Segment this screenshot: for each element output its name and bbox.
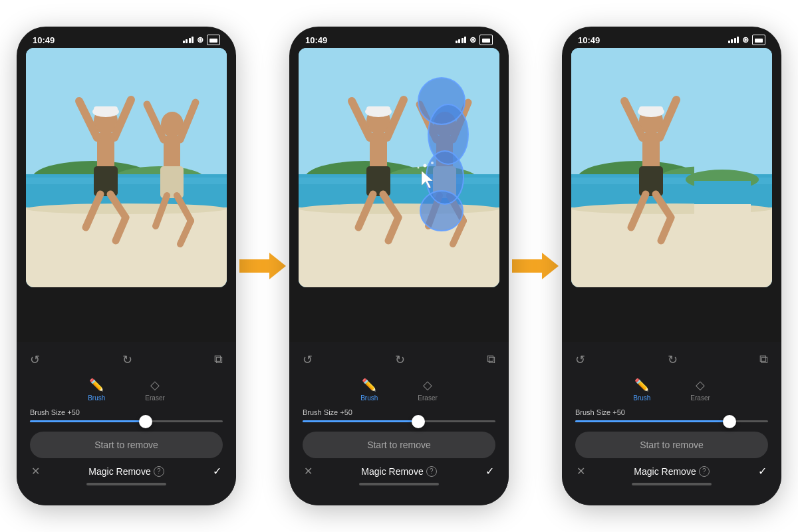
magic-remove-label-3: Magic Remove xyxy=(634,466,696,477)
svg-rect-10 xyxy=(94,106,118,114)
scene: 10:49 ⊛ xyxy=(0,0,798,532)
svg-rect-78 xyxy=(639,166,663,196)
help-icon-3[interactable]: ? xyxy=(699,466,710,477)
compare-icon-2[interactable]: ⧉ xyxy=(487,352,495,367)
toolbar-icons-1: ↺ ↻ ⧉ xyxy=(17,348,236,371)
slider-thumb-1[interactable] xyxy=(139,415,152,428)
svg-rect-86 xyxy=(694,181,751,207)
photo-2 xyxy=(299,48,499,287)
help-icon-1[interactable]: ? xyxy=(154,466,164,477)
home-indicator-1 xyxy=(86,483,166,485)
svg-point-63 xyxy=(418,167,420,169)
slider-thumb-2[interactable] xyxy=(412,415,425,428)
wifi-icon-1: ⊛ xyxy=(197,35,203,45)
brush-tool-2[interactable]: ✏️ Brush xyxy=(360,378,378,402)
signal-icon-2 xyxy=(456,37,467,43)
magic-remove-label-2: Magic Remove xyxy=(361,466,423,477)
slider-thumb-3[interactable] xyxy=(723,415,736,428)
svg-rect-76 xyxy=(639,106,663,114)
brush-label-1: Brush xyxy=(88,394,105,402)
eraser-icon-3: ◇ xyxy=(696,378,705,392)
eraser-tool-1[interactable]: ◇ Eraser xyxy=(145,378,164,402)
undo-icon-3[interactable]: ↺ xyxy=(575,352,585,367)
slider-2[interactable] xyxy=(289,418,509,428)
magic-remove-label-1: Magic Remove xyxy=(88,466,150,477)
toolbar-1: ↺ ↻ ⧉ ✏️ Brush ◇ Eraser Brush Size +50 xyxy=(17,342,236,505)
bottom-bar-2: ✕ Magic Remove ? ✓ xyxy=(289,465,509,477)
status-bar-3: 10:49 ⊛ xyxy=(562,27,781,48)
start-remove-label-2: Start to remove xyxy=(367,440,431,450)
eraser-label-2: Eraser xyxy=(418,394,437,402)
battery-icon-1 xyxy=(207,35,220,45)
start-remove-button-2[interactable]: Start to remove xyxy=(303,432,495,458)
slider-track-2 xyxy=(303,420,495,422)
compare-icon-1[interactable]: ⧉ xyxy=(214,352,223,367)
battery-icon-2 xyxy=(479,35,493,45)
svg-rect-5 xyxy=(26,178,227,184)
svg-point-61 xyxy=(424,164,427,168)
brush-size-row-3: Brush Size +50 xyxy=(562,406,781,418)
arrow-svg-2 xyxy=(512,249,559,283)
home-indicator-3 xyxy=(632,483,712,485)
signal-icon-1 xyxy=(183,37,194,43)
slider-fill-2 xyxy=(303,420,418,422)
compare-icon-3[interactable]: ⧉ xyxy=(759,352,768,367)
phone-1: 10:49 ⊛ xyxy=(17,27,236,505)
svg-rect-32 xyxy=(299,178,499,184)
help-icon-2[interactable]: ? xyxy=(426,466,437,477)
undo-icon-1[interactable]: ↺ xyxy=(30,352,40,367)
status-icons-2: ⊛ xyxy=(456,35,493,45)
brush-tool-1[interactable]: ✏️ Brush xyxy=(88,378,105,402)
redo-icon-1[interactable]: ↻ xyxy=(122,352,132,367)
redo-icon-2[interactable]: ↻ xyxy=(395,352,405,367)
cancel-icon-3[interactable]: ✕ xyxy=(577,465,585,477)
home-indicator-2 xyxy=(359,483,439,485)
wifi-icon-2: ⊛ xyxy=(469,35,476,45)
bottom-bar-3: ✕ Magic Remove ? ✓ xyxy=(562,465,781,477)
start-remove-button-3[interactable]: Start to remove xyxy=(575,432,768,458)
start-remove-label-1: Start to remove xyxy=(94,440,158,450)
eraser-label-1: Eraser xyxy=(145,394,164,402)
brush-icon-1: ✏️ xyxy=(89,378,104,392)
svg-marker-26 xyxy=(239,253,286,279)
check-icon-2[interactable]: ✓ xyxy=(485,465,494,477)
start-remove-label-3: Start to remove xyxy=(640,440,704,450)
bottom-bar-1: ✕ Magic Remove ? ✓ xyxy=(17,465,236,477)
eraser-tool-2[interactable]: ◇ Eraser xyxy=(418,378,437,402)
undo-icon-2[interactable]: ↺ xyxy=(303,352,313,367)
status-icons-3: ⊛ xyxy=(728,35,766,45)
time-2: 10:49 xyxy=(305,35,327,45)
phone-3: 10:49 ⊛ xyxy=(562,27,781,505)
time-1: 10:49 xyxy=(33,35,55,45)
slider-track-1 xyxy=(30,420,223,422)
brush-label-3: Brush xyxy=(633,394,650,402)
status-bar-1: 10:49 ⊛ xyxy=(17,27,236,48)
brush-size-label-3: Brush Size +50 xyxy=(575,408,625,416)
cancel-icon-2[interactable]: ✕ xyxy=(304,465,313,477)
arrow-1 xyxy=(236,249,289,283)
slider-1[interactable] xyxy=(17,418,236,428)
check-icon-3[interactable]: ✓ xyxy=(758,465,767,477)
eraser-tool-3[interactable]: ◇ Eraser xyxy=(690,378,710,402)
redo-icon-3[interactable]: ↻ xyxy=(668,352,678,367)
svg-rect-12 xyxy=(94,166,118,196)
start-remove-button-1[interactable]: Start to remove xyxy=(30,432,223,458)
brush-size-label-2: Brush Size +50 xyxy=(303,408,352,416)
tool-row-1: ✏️ Brush ◇ Eraser xyxy=(17,371,236,406)
slider-3[interactable] xyxy=(562,418,781,428)
eraser-icon-2: ◇ xyxy=(423,378,432,392)
wifi-icon-3: ⊛ xyxy=(742,35,749,45)
svg-rect-87 xyxy=(694,204,751,287)
toolbar-icons-2: ↺ ↻ ⧉ xyxy=(289,348,509,371)
check-icon-1[interactable]: ✓ xyxy=(213,465,221,477)
tool-row-2: ✏️ Brush ◇ Eraser xyxy=(289,371,509,406)
svg-rect-39 xyxy=(366,166,390,196)
cancel-icon-1[interactable]: ✕ xyxy=(31,465,40,477)
signal-icon-3 xyxy=(728,37,739,43)
arrow-svg-1 xyxy=(239,249,286,283)
brush-size-label-1: Brush Size +50 xyxy=(30,408,80,416)
slider-fill-3 xyxy=(575,420,730,422)
eraser-label-3: Eraser xyxy=(690,394,710,402)
brush-tool-3[interactable]: ✏️ Brush xyxy=(633,378,650,402)
svg-marker-65 xyxy=(512,253,559,279)
